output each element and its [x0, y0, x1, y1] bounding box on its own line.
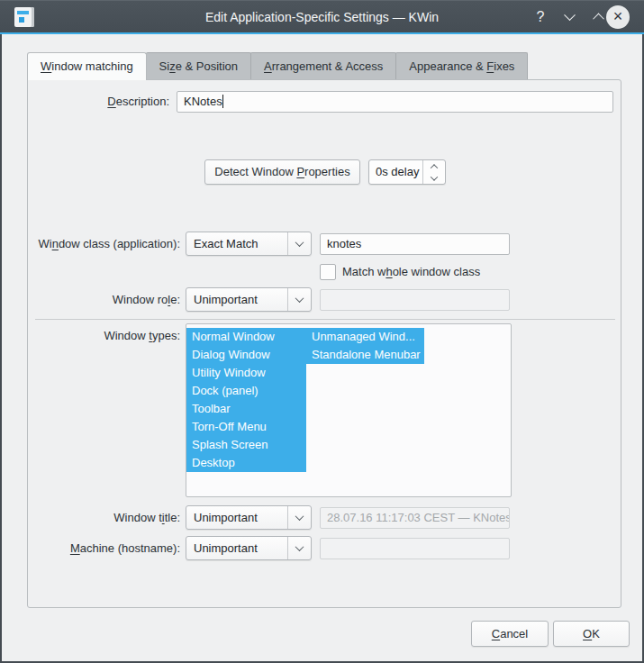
tab-size-position[interactable]: Size & Position [146, 52, 251, 79]
close-icon: × [613, 8, 623, 24]
keep-below-button[interactable] [557, 1, 582, 33]
spin-up-button[interactable] [423, 160, 445, 172]
window-type-option[interactable]: Torn-Off Menu [186, 418, 306, 436]
close-button[interactable]: × [606, 5, 630, 29]
window-types-column-1: Normal WindowDialog WindowUtility Window… [186, 328, 306, 472]
ok-button[interactable]: OK [553, 621, 630, 647]
chevron-up-icon [431, 164, 438, 171]
spin-down-button[interactable] [423, 172, 445, 184]
window-type-option[interactable]: Desktop [186, 454, 306, 472]
window-class-match-value: Exact Match [186, 232, 287, 255]
cancel-button[interactable]: Cancel [471, 621, 549, 647]
titlebar[interactable]: Edit Application-Specific Settings — KWi… [0, 0, 644, 32]
window-role-match-value: Unimportant [186, 288, 287, 311]
section-separator [35, 319, 615, 320]
window-title-match-select[interactable]: Unimportant [186, 505, 312, 530]
window-type-option[interactable]: Utility Window [186, 364, 306, 382]
chevron-down-icon [295, 542, 304, 551]
chevron-down-icon [564, 9, 576, 21]
window-role-label: Window role: [28, 287, 180, 312]
machine-match-select[interactable]: Unimportant [186, 536, 312, 560]
window-types-column-2: Unmanaged Wind...Standalone Menubar [306, 328, 424, 364]
window-type-option[interactable]: Dialog Window [186, 346, 306, 364]
text-cursor [222, 95, 223, 108]
titlebar-accent-line [0, 32, 644, 34]
detect-delay-spinbox[interactable]: 0s delay [368, 159, 446, 185]
machine-hostname-label: Machine (hostname): [28, 536, 180, 560]
window-types-list[interactable]: Normal WindowDialog WindowUtility Window… [186, 323, 512, 497]
chevron-down-icon [295, 238, 304, 247]
spin-arrows [422, 160, 445, 184]
window-type-option[interactable]: Normal Window [186, 328, 306, 346]
window-class-input[interactable]: knotes [320, 233, 510, 255]
match-whole-class-checkbox[interactable] [320, 264, 336, 280]
combo-arrow-area [288, 288, 311, 311]
window-type-option[interactable]: Toolbar [186, 400, 306, 418]
machine-match-value: Unimportant [186, 537, 287, 559]
description-value: KNotes [184, 95, 222, 108]
machine-input [320, 538, 510, 559]
window-role-match-select[interactable]: Unimportant [186, 287, 312, 312]
combo-arrow-area [288, 537, 311, 559]
match-whole-class-label[interactable]: Match whole window class [342, 264, 480, 280]
window-class-match-select[interactable]: Exact Match [186, 232, 312, 256]
chevron-down-icon [295, 512, 304, 521]
window-type-option[interactable]: Standalone Menubar [306, 346, 424, 364]
window-types-label: Window types: [28, 327, 180, 345]
window-type-option[interactable]: Dock (panel) [186, 382, 306, 400]
tab-bar: Window matching Size & Position Arrangem… [27, 52, 527, 80]
window-title-input: 28.07.16 11:17:03 CEST — KNotes [320, 507, 510, 529]
chevron-down-icon [295, 294, 304, 303]
tab-appearance-fixes[interactable]: Appearance & Fixes [395, 52, 528, 79]
window-type-option[interactable]: Splash Screen [186, 436, 306, 454]
window-title-match-value: Unimportant [186, 506, 287, 529]
chevron-down-icon [431, 173, 438, 180]
description-label: Description: [28, 91, 169, 113]
detect-window-properties-button[interactable]: Detect Window Properties [204, 159, 360, 185]
combo-arrow-area [288, 506, 311, 529]
window-type-option[interactable]: Unmanaged Wind... [306, 328, 424, 346]
chevron-up-icon [593, 13, 604, 24]
tab-arrangement-access[interactable]: Arrangement & Access [250, 52, 396, 79]
description-input[interactable]: KNotes [177, 91, 613, 113]
window-role-input [320, 289, 510, 311]
tab-panel-window-matching: Description: KNotes Detect Window Proper… [27, 79, 621, 608]
window-class-label: Window class (application): [28, 232, 180, 256]
kwin-settings-dialog: Edit Application-Specific Settings — KWi… [0, 0, 644, 663]
window-title-label: Window title: [28, 505, 180, 530]
combo-arrow-area [288, 232, 311, 255]
help-button[interactable]: ? [528, 1, 553, 33]
detect-delay-value: 0s delay [369, 160, 422, 184]
tab-window-matching[interactable]: Window matching [27, 52, 147, 80]
